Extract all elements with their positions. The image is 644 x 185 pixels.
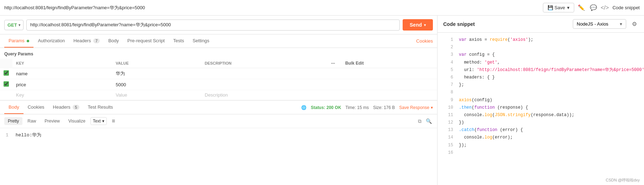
tab-authorization[interactable]: Authorization — [33, 34, 69, 48]
code-line-number: 3 — [443, 51, 453, 58]
format-pretty-button[interactable]: Pretty — [4, 117, 22, 125]
code-line: 3var config = { — [438, 51, 644, 59]
param-key-0: name — [16, 71, 28, 76]
method-label: GET — [7, 22, 17, 28]
param-placeholder-value: Value — [116, 92, 127, 98]
code-snippet-title: Code snippet — [443, 21, 475, 27]
code-line: 4 method: 'get', — [438, 59, 644, 66]
param-checkbox-0[interactable] — [4, 70, 9, 76]
tab-params[interactable]: Params — [4, 34, 33, 48]
code-line-number: 1 — [443, 37, 453, 43]
three-dots-icon: ••• — [331, 61, 335, 65]
status-ok-label: Status: 200 OK — [311, 105, 341, 110]
resp-line-1-num: 1 — [6, 132, 9, 138]
code-line-number: 7 — [443, 82, 453, 88]
code-settings-button[interactable]: ⚙ — [630, 19, 638, 29]
checkbox-col-header — [0, 59, 12, 68]
resp-toolbar-right: ⧉ 🔍 — [417, 117, 433, 125]
format-preview-button[interactable]: Preview — [41, 117, 63, 125]
code-line: 16 — [438, 149, 644, 157]
send-button[interactable]: Send ▾ — [403, 19, 433, 31]
code-line: 13.catch(function (error) { — [438, 126, 644, 134]
watermark: CSDN @呼啦啦dxy — [606, 178, 640, 183]
code-line-number: 12 — [443, 119, 453, 126]
save-label: Save — [555, 5, 565, 10]
param-placeholder-desc: Description — [205, 92, 228, 98]
code-line-number: 9 — [443, 97, 453, 104]
code-line-number: 13 — [443, 127, 453, 134]
code-line: 7}; — [438, 81, 644, 89]
code-line-number: 14 — [443, 134, 453, 141]
format-raw-button[interactable]: Raw — [24, 117, 40, 125]
code-line-content: }; — [459, 82, 464, 88]
code-line-number: 16 — [443, 149, 453, 156]
comment-icon-button[interactable]: 💬 — [588, 3, 598, 12]
value-column-header: VALUE — [112, 59, 201, 68]
method-select[interactable]: GET ▾ — [4, 20, 23, 30]
param-value-1: 5000 — [116, 82, 126, 87]
params-table: KEY VALUE DESCRIPTION ••• Bulk Edit name… — [0, 59, 437, 100]
tab-pre-request[interactable]: Pre-request Script — [123, 34, 169, 48]
code-line-content: .catch(function (error) { — [459, 127, 523, 134]
resp-tab-body[interactable]: Body — [4, 101, 23, 114]
description-column-header: DESCRIPTION — [201, 59, 328, 68]
save-button[interactable]: 💾 Save ▾ — [543, 3, 575, 12]
code-line-number: 15 — [443, 142, 453, 149]
text-format-select[interactable]: Text ▾ — [90, 117, 107, 125]
language-select[interactable]: NodeJS - Axios ▾ — [573, 19, 626, 29]
query-params-label: Query Params — [0, 48, 437, 59]
tab-settings[interactable]: Settings — [188, 34, 214, 48]
code-line-content: console.log(error); — [459, 134, 513, 141]
table-row: name 华为 — [0, 68, 437, 79]
copy-icon-button[interactable]: ⧉ — [417, 117, 423, 125]
tab-tests[interactable]: Tests — [169, 34, 188, 48]
code-line: 12}) — [438, 119, 644, 126]
language-label: NodeJS - Axios — [577, 21, 608, 27]
code-line: 10.then(function (response) { — [438, 104, 644, 111]
sort-icon-button[interactable]: ≡ — [108, 116, 119, 126]
code-line-content: console.log(JSON.stringify(response.data… — [459, 112, 574, 119]
resp-line-1-content: hello:华为 — [16, 132, 42, 138]
table-row: price 5000 — [0, 79, 437, 90]
resp-headers-badge: 5 — [73, 105, 79, 110]
url-input[interactable] — [26, 20, 400, 31]
code-line-content: var axios = require('axios'); — [459, 37, 533, 43]
top-bar-url: http://localhost:8081/feign/findByParame… — [4, 5, 540, 11]
send-chevron-icon: ▾ — [424, 23, 426, 27]
edit-icon-button[interactable]: ✏️ — [576, 3, 586, 12]
code-line-number: 4 — [443, 59, 453, 66]
resp-tab-test-results[interactable]: Test Results — [84, 101, 117, 114]
status-time-label: Time: 15 ms — [345, 105, 369, 110]
request-tabs-row: Params Authorization Headers 7 Body Pre-… — [0, 34, 437, 48]
code-line: 11 console.log(JSON.stringify(response.d… — [438, 111, 644, 119]
save-response-button[interactable]: Save Response ▾ — [399, 105, 433, 110]
key-column-header: KEY — [12, 59, 112, 68]
response-content: 1 hello:华为 — [0, 128, 437, 185]
params-active-dot — [27, 40, 29, 42]
code-line: 14 console.log(error); — [438, 134, 644, 141]
request-bar: GET ▾ Send ▾ — [0, 16, 437, 34]
code-line-content: axios(config) — [459, 97, 492, 104]
tab-body[interactable]: Body — [104, 34, 123, 48]
code-line-number: 5 — [443, 67, 453, 74]
param-placeholder-key: Key — [16, 92, 24, 98]
format-visualize-button[interactable]: Visualize — [65, 117, 89, 125]
cookies-link[interactable]: Cookies — [416, 38, 433, 44]
search-icon-button[interactable]: 🔍 — [425, 117, 433, 125]
code-line: 5 url: 'http://localhost:8081/feign/find… — [438, 66, 644, 74]
code-snippet-header: Code snippet NodeJS - Axios ▾ ⚙ — [438, 16, 644, 33]
left-panel: GET ▾ Send ▾ Params Authorization Header… — [0, 16, 438, 185]
bulk-edit-header[interactable]: Bulk Edit — [342, 59, 437, 68]
save-icon: 💾 — [548, 5, 553, 10]
send-label: Send — [410, 22, 422, 28]
param-checkbox-1[interactable] — [4, 81, 9, 87]
resp-tab-headers[interactable]: Headers 5 — [49, 101, 84, 114]
code-line-number: 11 — [443, 112, 453, 119]
top-bar: http://localhost:8081/feign/findByParame… — [0, 0, 644, 16]
code-line: 9axios(config) — [438, 97, 644, 104]
param-key-1: price — [16, 82, 26, 87]
code-line: 2 — [438, 44, 644, 51]
resp-tab-cookies[interactable]: Cookies — [23, 101, 49, 114]
tab-headers[interactable]: Headers 7 — [69, 34, 104, 48]
code-brackets-icon: </> — [601, 5, 609, 11]
